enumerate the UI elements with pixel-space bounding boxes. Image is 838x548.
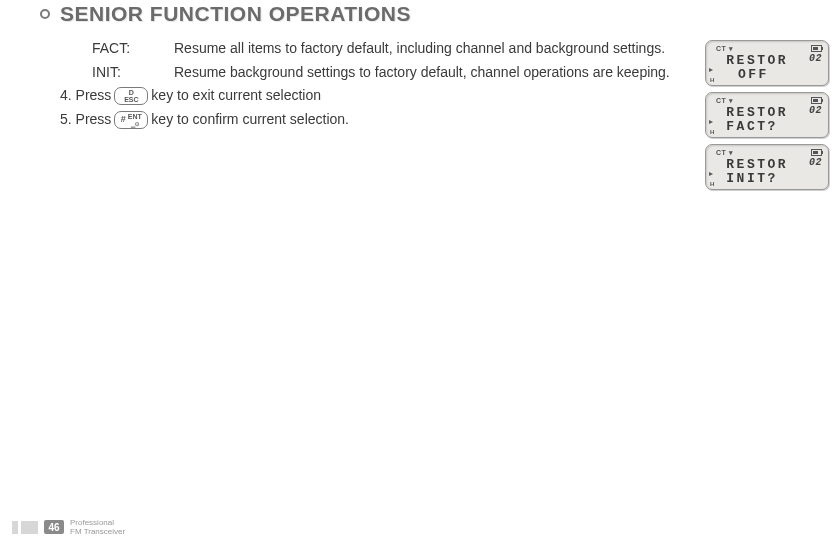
arrow-icon: ▸: [709, 117, 713, 126]
section-heading-row: SENIOR FUNCTION OPERATIONS: [40, 2, 411, 26]
lcd-line1: RESTOR: [716, 106, 822, 120]
lcd-h-indicator: H: [710, 181, 714, 187]
page: SENIOR FUNCTION OPERATIONS FACT: Resume …: [0, 0, 838, 548]
battery-icon: [811, 149, 822, 156]
definition-label: FACT:: [60, 38, 174, 60]
step-tail: key to confirm current selection.: [151, 109, 349, 131]
section-title: SENIOR FUNCTION OPERATIONS: [60, 2, 411, 26]
lcd-screen-off: CT ▾ 02 RESTOR ▸ OFF H: [705, 40, 829, 86]
battery-icon: [811, 97, 822, 104]
lcd-line2: INIT?: [716, 172, 822, 186]
arrow-icon: ▸: [709, 65, 713, 74]
arrow-icon: ▸: [709, 169, 713, 178]
lcd-ct-indicator: CT ▾: [716, 45, 733, 53]
bullet-icon: [40, 9, 50, 19]
lcd-channel-number: 02: [809, 157, 822, 168]
lcd-line2: FACT?: [716, 120, 822, 134]
lcd-screen-fact: CT ▾ 02 RESTOR ▸ FACT? H: [705, 92, 829, 138]
page-number: 46: [44, 520, 64, 534]
lcd-status-row: CT ▾: [716, 148, 822, 157]
lcd-status-row: CT ▾: [716, 44, 822, 53]
lcd-h-indicator: H: [710, 77, 714, 83]
lcd-channel-number: 02: [809, 53, 822, 64]
page-footer: 46 Professional FM Transceiver: [12, 518, 125, 536]
lcd-ct-indicator: CT ▾: [716, 149, 733, 157]
lcd-channel-number: 02: [809, 105, 822, 116]
key-d-esc-icon: D ESC: [114, 87, 148, 105]
step-text: 5. Press: [60, 109, 111, 131]
body-text: FACT: Resume all items to factory defaul…: [60, 38, 695, 131]
step-text: 4. Press: [60, 85, 111, 107]
lcd-ct-indicator: CT ▾: [716, 97, 733, 105]
footer-line1: Professional: [70, 518, 114, 527]
footer-line2: FM Transceiver: [70, 527, 125, 536]
definition-desc: Resume background settings to factory de…: [174, 62, 695, 84]
key-right-bot-label: ⎯⊙: [131, 120, 139, 127]
lcd-screen-init: CT ▾ 02 RESTOR ▸ INIT? H: [705, 144, 829, 190]
battery-icon: [811, 45, 822, 52]
definition-init: INIT: Resume background settings to fact…: [60, 62, 695, 84]
footer-text: Professional FM Transceiver: [70, 518, 125, 536]
lcd-status-row: CT ▾: [716, 96, 822, 105]
lcd-previews: CT ▾ 02 RESTOR ▸ OFF H CT ▾ 02 RESTOR ▸ …: [705, 40, 829, 190]
step-4: 4. Press D ESC key to exit current selec…: [60, 85, 695, 107]
lcd-h-indicator: H: [710, 129, 714, 135]
step-tail: key to exit current selection: [151, 85, 321, 107]
lcd-line2: OFF: [716, 68, 822, 82]
footer-bar-icon: [12, 521, 38, 534]
key-hash-ent-icon: # ENT ⎯⊙: [114, 111, 148, 129]
step-5: 5. Press # ENT ⎯⊙ key to confirm current…: [60, 109, 695, 131]
definition-desc: Resume all items to factory default, inc…: [174, 38, 695, 60]
key-right-top-label: ENT: [128, 113, 142, 120]
key-bottom-label: ESC: [124, 96, 138, 103]
lcd-line1: RESTOR: [716, 158, 822, 172]
definition-label: INIT:: [60, 62, 174, 84]
key-top-label: D: [129, 89, 134, 96]
lcd-line1: RESTOR: [716, 54, 822, 68]
key-left-label: #: [121, 113, 126, 127]
definition-fact: FACT: Resume all items to factory defaul…: [60, 38, 695, 60]
